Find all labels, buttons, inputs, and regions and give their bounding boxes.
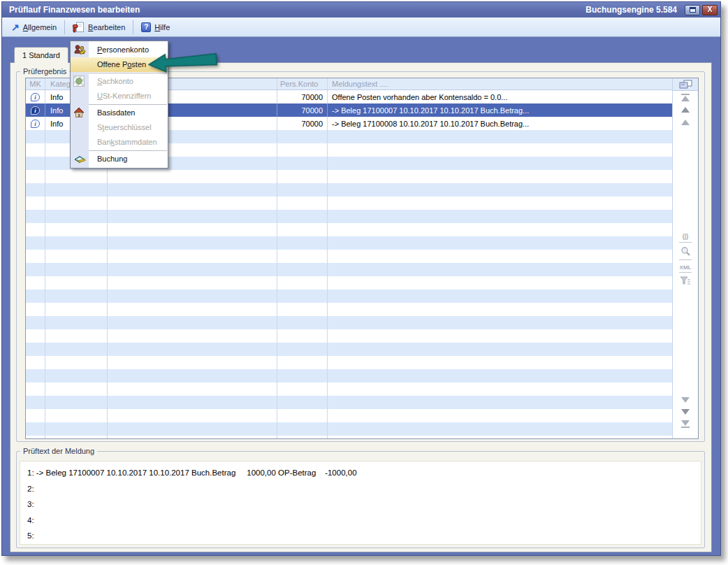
meldungstext-cell [328,409,672,422]
meldungstext-cell [328,356,672,369]
table-row[interactable] [26,316,672,329]
kategorie-cell [45,436,108,438]
tab-standard[interactable]: 1 Standard [14,47,68,63]
column-settings-button[interactable] [673,78,698,91]
table-row[interactable] [26,382,672,396]
restore-button[interactable] [685,5,700,15]
pers-konto-cell: 70000 [277,103,328,117]
pers-konto-cell [277,356,328,369]
main-toolbar: ↗ Allgemein Bearbeiten ? Hilfe [2,17,720,37]
kategorie-cell [45,236,108,250]
meldungstext-cell [328,157,672,170]
pers-konto-cell: 70000 [277,117,328,130]
ledger-account-icon [73,76,86,87]
scroll-up-icon [681,107,690,113]
scroll-up-button[interactable] [673,105,698,115]
table-row[interactable] [26,210,672,223]
hilfe-label: Hilfe [154,23,170,31]
table-row[interactable] [26,170,672,183]
pers-konto-cell [277,170,328,183]
extra-cell [108,236,277,250]
close-button[interactable]: X [702,5,718,15]
page-up-button[interactable] [673,117,698,127]
allgemein-button[interactable]: ↗ Allgemein [5,20,63,35]
kategorie-cell [45,276,108,289]
grid-header-cell[interactable]: MK [26,78,45,90]
extra-cell [108,263,277,276]
person-account-icon [73,44,86,55]
page-down-button[interactable] [673,395,698,405]
extra-cell [108,382,277,396]
table-row[interactable] [26,236,672,250]
bearbeiten-button[interactable]: Bearbeiten [66,20,131,35]
grid-header-cell[interactable]: Meldungstext .... [328,78,672,90]
extra-cell [108,396,277,409]
meldungstext-cell [328,236,672,250]
table-row[interactable] [26,263,672,276]
mk-cell [26,343,45,356]
kategorie-cell [45,289,108,303]
info-icon: i [31,120,40,128]
extra-cell [108,276,277,289]
kategorie-cell [45,329,108,343]
message-group-title: Prüftext der Meldung [20,447,97,455]
mk-cell [26,356,45,369]
scroll-down-button[interactable] [673,407,698,417]
scroll-to-top-button[interactable] [673,92,698,102]
table-row[interactable] [26,356,672,369]
extra-cell [108,210,277,223]
message-line: 3: [27,496,701,513]
table-row[interactable] [26,436,672,438]
table-row[interactable] [26,396,672,409]
help-question-icon: ? [141,22,151,32]
table-row[interactable] [26,223,672,236]
kategorie-cell [45,396,108,409]
menu-item-basisdaten[interactable]: Basisdaten [71,106,168,120]
extra-cell [108,329,277,343]
meldungstext-cell [328,170,672,183]
table-row[interactable] [26,183,672,196]
meldungstext-cell [328,343,672,356]
table-row[interactable] [26,409,672,422]
filter-button[interactable] [673,276,698,285]
table-row[interactable] [26,422,672,436]
scroll-to-bottom-button[interactable] [673,419,698,429]
brackets-button[interactable]: (|) [673,231,698,241]
grid-header-cell[interactable]: Pers.Konto [277,78,328,90]
restore-icon [690,7,696,13]
table-row[interactable] [26,329,672,343]
kategorie-cell [45,356,108,369]
column-settings-icon [678,80,693,90]
page-down-icon [681,397,690,403]
menu-item-buchung[interactable]: Buchung [71,152,168,166]
mk-cell [26,223,45,236]
scroll-to-bottom-icon [681,420,690,428]
close-icon: X [708,6,713,13]
mk-cell [26,183,45,196]
mk-cell [26,436,45,438]
search-button[interactable] [673,245,698,257]
allgemein-label: Allgemein [23,23,57,31]
table-row[interactable] [26,276,672,289]
table-row[interactable] [26,250,672,263]
strip-divider [679,242,692,243]
mk-cell [26,316,45,329]
meldungstext-cell [328,223,672,236]
meldungstext-cell [328,276,672,289]
table-row[interactable] [26,303,672,316]
mk-cell [26,170,45,183]
table-row[interactable] [26,343,672,356]
message-line: 5: [27,528,701,544]
xml-button[interactable]: XML [673,262,698,272]
table-row[interactable] [26,289,672,303]
mk-cell [26,396,45,409]
app-window: Prüflauf Finanzwesen bearbeiten Buchungs… [1,1,721,556]
extra-cell [108,422,277,436]
arrow-up-right-icon: ↗ [11,22,20,32]
table-row[interactable] [26,369,672,382]
bearbeiten-label: Bearbeiten [88,23,125,31]
hilfe-button[interactable]: ? Hilfe [135,20,176,35]
table-row[interactable] [26,196,672,210]
house-icon [73,107,86,118]
results-group-title: Prüfergebnis [20,67,69,76]
